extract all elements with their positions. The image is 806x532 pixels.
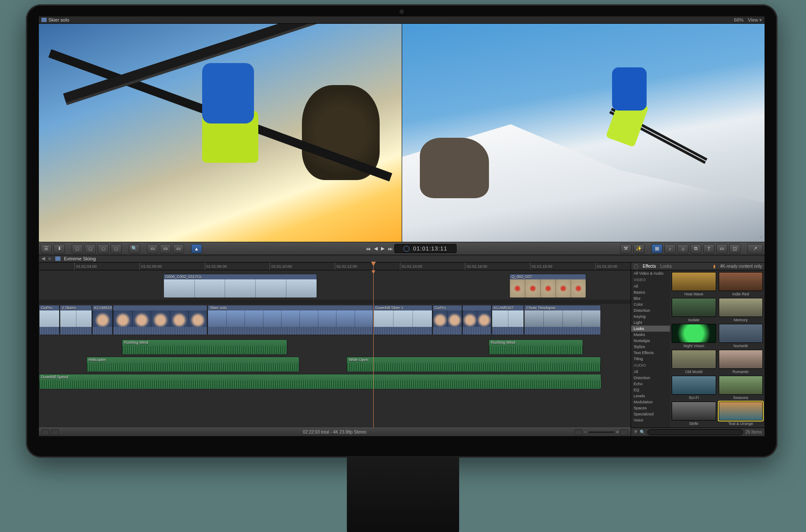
clip[interactable]: Rushing Wind (489, 339, 583, 355)
append-button[interactable]: □ (98, 244, 109, 253)
fx-category[interactable]: Levels (631, 393, 670, 399)
filter-icon[interactable]: ⧩ (634, 430, 637, 435)
fx-category[interactable]: Tiling (631, 356, 670, 362)
timeline[interactable]: D006_C002_0317GLQ_002_037GoPro2 SkiersKC… (39, 270, 631, 428)
zoom-out-icon[interactable]: − (584, 430, 587, 434)
forward-icon[interactable]: ▶ (48, 256, 52, 261)
fx-search-input[interactable] (647, 429, 743, 435)
clip-appearance-button[interactable] (620, 429, 628, 435)
retime-button[interactable]: ⚒ (620, 244, 631, 253)
fx-category[interactable]: All (631, 283, 670, 289)
next-frame-icon[interactable]: ⏭ (388, 246, 393, 251)
fx-category[interactable]: Color (631, 301, 670, 307)
clip[interactable]: KCAM5167 (492, 305, 524, 335)
fx-category[interactable]: Distortion (631, 375, 670, 381)
fx-item[interactable]: Old World (672, 350, 716, 374)
fx-item[interactable]: Romantic (719, 350, 763, 374)
generators-button[interactable]: ▭ (716, 244, 727, 253)
transitions-button[interactable]: ⧉ (690, 244, 701, 253)
share-button[interactable]: ↗ (747, 244, 763, 253)
prev-frame-icon[interactable]: ◀ (374, 246, 378, 251)
expand-icon[interactable]: ⤢ (759, 234, 763, 240)
zoom-in-icon[interactable]: + (616, 430, 619, 434)
viewer-canvas[interactable]: ⤢ (402, 24, 765, 242)
tab-looks[interactable]: Looks (660, 264, 672, 269)
fx-category[interactable]: Text Effects (631, 350, 670, 356)
chevron-down-icon[interactable]: ▾ (759, 17, 762, 23)
fx-item[interactable]: Isolate (672, 298, 716, 322)
connect-button[interactable]: □ (72, 244, 83, 253)
insert-button[interactable]: □ (85, 244, 96, 253)
view-menu[interactable]: View (748, 17, 758, 22)
themes-button[interactable]: ◫ (729, 244, 740, 253)
tool-trim[interactable]: ▭ (147, 244, 158, 253)
fx-item[interactable]: Numerik (719, 324, 763, 348)
search-button[interactable]: 🔍 (129, 244, 140, 253)
clip[interactable]: Downhill Speed (39, 374, 601, 390)
photos-browser-button[interactable]: ♪ (664, 244, 676, 253)
clip[interactable]: Rushing Wind (122, 339, 288, 355)
fx-category[interactable]: Distortion (631, 307, 670, 314)
fx-category[interactable]: Stylize (631, 344, 670, 350)
tool-range[interactable]: ▭ (173, 244, 184, 253)
fx-item[interactable]: Seasons (719, 376, 763, 400)
fx-category[interactable]: Voice (631, 417, 670, 423)
zoom-slider[interactable] (588, 431, 614, 433)
fx-item[interactable]: Indie Red (719, 272, 763, 296)
fx-item[interactable]: Night Vision (672, 324, 716, 348)
clip[interactable]: Chute Timelapse (524, 305, 601, 335)
close-panel-icon[interactable]: ◯ (634, 264, 638, 269)
viewer-event[interactable] (39, 24, 402, 242)
fx-item[interactable]: Heat Wave (672, 272, 716, 296)
tool-position[interactable]: ▭ (160, 244, 171, 253)
clip[interactable]: 2 Skiers (60, 305, 92, 335)
select-tool[interactable]: ▲ (191, 244, 202, 253)
clip[interactable]: Q_002_037 (509, 274, 586, 298)
audio-meter-button[interactable] (574, 429, 582, 435)
fx-category[interactable]: Spaces (631, 405, 670, 411)
fx-item[interactable]: Teal & Orange (719, 402, 763, 426)
playhead[interactable] (373, 263, 374, 270)
fx-category[interactable]: Masks (631, 332, 670, 338)
fx-item[interactable]: Strife (672, 402, 716, 426)
clip[interactable]: Wide Open (346, 357, 601, 372)
fx-category[interactable]: Keying (631, 314, 670, 320)
titles-button[interactable]: T (703, 244, 714, 253)
fx-item[interactable]: Sci-Fi (672, 376, 716, 400)
clip[interactable]: Skier solo (207, 305, 373, 335)
fx-category[interactable]: Basics (631, 289, 670, 295)
timecode-display[interactable]: 01:01:13:11 (394, 244, 457, 253)
clip[interactable]: Helicopter (86, 357, 299, 372)
fx-item[interactable]: Memory (719, 298, 763, 322)
snapping-toggle[interactable] (51, 429, 59, 435)
skimming-toggle[interactable] (41, 429, 49, 435)
back-icon[interactable]: ◀ (41, 256, 45, 261)
clip[interactable]: Downhill Skier 1 (373, 305, 432, 335)
fx-category[interactable]: All (631, 369, 670, 375)
fx-category[interactable]: Modulation (631, 399, 670, 405)
effects-browser-button[interactable]: ▦ (651, 244, 663, 253)
fx-category[interactable]: Blur (631, 295, 670, 301)
clip[interactable]: GoPro (39, 305, 60, 335)
project-name[interactable]: Extreme Skiing (64, 256, 96, 261)
fx-filter-label[interactable]: 4K-ready content only (720, 264, 762, 269)
play-icon[interactable]: ▶ (381, 246, 384, 251)
fx-category[interactable]: All Video & Audio (631, 270, 670, 276)
fx-category[interactable]: Nostalgia (631, 338, 670, 344)
enhance-button[interactable]: ✨ (633, 244, 644, 253)
import-button[interactable]: ⬇ (54, 244, 65, 253)
clip[interactable] (462, 305, 492, 335)
fx-category[interactable]: Looks (631, 326, 670, 332)
fx-category[interactable]: EQ (631, 387, 670, 393)
index-button[interactable]: ☰ (41, 244, 52, 253)
fx-category[interactable]: Specialized (631, 411, 670, 417)
zoom-percent[interactable]: 66% (734, 17, 743, 22)
tab-effects[interactable]: Effects (643, 264, 656, 269)
clip[interactable]: GoPro (432, 305, 462, 335)
timeline-ruler[interactable]: 01:01:04:0001:01:06:0001:01:08:0001:01:1… (39, 263, 631, 270)
clip[interactable] (113, 305, 207, 335)
fx-category[interactable]: Echo (631, 381, 670, 387)
skip-back-icon[interactable]: ⏮ (366, 246, 371, 251)
clip[interactable]: D006_C002_0317GL (163, 274, 317, 298)
music-browser-button[interactable]: ♫ (677, 244, 689, 253)
